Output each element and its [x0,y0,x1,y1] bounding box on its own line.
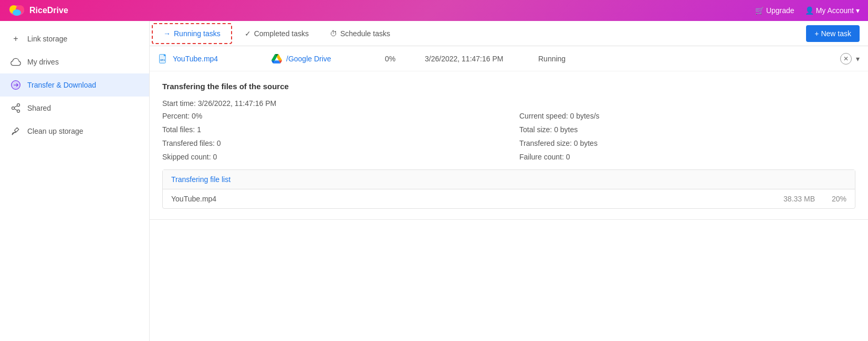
upgrade-label: Upgrade [766,6,794,15]
svg-rect-12 [164,54,165,56]
sidebar-item-shared[interactable]: Shared [0,97,149,120]
failure-count-value: 0 [566,153,570,161]
percent-label: Percent: [162,112,190,120]
cart-icon: 🛒 [755,6,764,15]
task-area: MP4 YouTube.mp4 /Google Dri [150,46,868,341]
skipped-count-detail: Skipped count: 0 [162,153,498,161]
start-time-value: 3/26/2022, 11:47:16 PM [198,99,276,108]
sidebar-item-label: My drives [27,58,59,66]
svg-line-9 [14,109,17,110]
task-percent: 0% [385,55,416,63]
sidebar-item-label: Shared [27,104,51,112]
transferred-files-value: 0 [217,139,221,147]
broom-icon [11,126,21,136]
check-icon: ✓ [245,29,251,38]
clock-icon: ⏱ [330,29,337,38]
task-expand-button[interactable]: ▾ [856,55,860,63]
sidebar-item-my-drives[interactable]: My drives [0,50,149,73]
total-files-value: 1 [197,125,201,134]
sidebar-item-link-storage[interactable]: + Link storage [0,27,149,50]
new-task-button[interactable]: + New task [806,25,860,42]
plus-icon: + [11,34,21,44]
google-drive-icon [271,54,282,64]
failure-count-label: Failure count: [519,153,564,161]
svg-point-6 [17,104,20,106]
transferred-files-label: Transfered files: [162,139,215,147]
new-task-label: + New task [814,29,851,38]
start-time-label: Start time: [162,99,196,108]
main-content: → Running tasks ✓ Completed tasks ⏱ Sche… [150,21,868,341]
total-size-detail: Total size: 0 bytes [519,125,855,134]
svg-text:MP4: MP4 [160,59,165,61]
share-icon [11,103,21,113]
account-menu[interactable]: 👤 My Account ▾ [805,6,860,15]
svg-point-7 [12,107,15,110]
mp4-file-icon: MP4 [158,54,169,64]
total-size-label: Total size: [519,125,552,134]
current-speed-value: 0 bytes/s [570,112,600,120]
app-body: + Link storage My drives Transfer & Down… [0,21,868,341]
sidebar-item-clean-storage[interactable]: Clean up storage [0,120,149,143]
cloud-icon [11,57,21,67]
svg-point-8 [17,110,20,112]
tab-running-label: Running tasks [174,29,221,38]
failure-count-detail: Failure count: 0 [519,153,855,161]
person-icon: 👤 [805,6,814,15]
task-start-time: Start time: 3/26/2022, 11:47:16 PM [162,99,855,108]
logo-icon [8,2,25,19]
total-files-label: Total files: [162,125,195,134]
tab-schedule-tasks[interactable]: ⏱ Schedule tasks [319,21,401,46]
destination-path: /Google Drive [286,55,331,63]
file-list-item: YouTube.mp4 38.33 MB 20% [163,189,855,208]
transferred-files-detail: Transfered files: 0 [162,139,498,147]
percent-value: 0% [192,112,202,120]
task-row: MP4 YouTube.mp4 /Google Dri [150,46,868,71]
tab-completed-tasks[interactable]: ✓ Completed tasks [234,21,319,46]
skipped-count-value: 0 [213,153,217,161]
transfer-icon [11,80,21,90]
transferred-size-value: 0 bytes [574,139,598,147]
header: RiceDrive 🛒 Upgrade 👤 My Account ▾ [0,0,868,21]
file-progress: 20% [815,195,846,203]
header-right: 🛒 Upgrade 👤 My Account ▾ [755,6,860,15]
tab-schedule-label: Schedule tasks [340,29,390,38]
current-speed-detail: Current speed: 0 bytes/s [519,112,855,120]
svg-line-10 [14,105,17,107]
task-status: Running [538,55,591,63]
total-size-value: 0 bytes [554,125,578,134]
header-left: RiceDrive [8,2,68,19]
task-destination: /Google Drive [271,54,377,64]
skipped-count-label: Skipped count: [162,153,211,161]
sidebar-item-label: Transfer & Download [27,81,96,89]
total-files-detail: Total files: 1 [162,125,498,134]
file-list-container: Transfering file list YouTube.mp4 38.33 … [162,169,855,209]
task-details-title: Transfering the files of the source [162,82,855,91]
task-actions: ✕ ▾ [840,53,860,65]
transferred-size-detail: Transfered size: 0 bytes [519,139,855,147]
chevron-down-icon: ▾ [856,6,860,15]
sidebar-item-label: Clean up storage [27,127,83,135]
file-list-header: Transfering file list [163,170,855,189]
task-details-panel: Transfering the files of the source Star… [150,71,868,220]
file-name: YouTube.mp4 [171,195,752,203]
task-details-grid: Percent: 0% Current speed: 0 bytes/s Tot… [162,112,855,161]
tab-running-tasks[interactable]: → Running tasks [152,23,232,44]
account-label: My Account [816,6,854,15]
sidebar-item-label: Link storage [27,35,67,43]
sidebar-item-transfer-download[interactable]: Transfer & Download [0,73,149,97]
transferred-size-label: Transfered size: [519,139,572,147]
task-source: MP4 YouTube.mp4 [158,54,263,64]
task-cancel-button[interactable]: ✕ [840,53,852,65]
svg-point-3 [13,9,21,16]
upgrade-button[interactable]: 🛒 Upgrade [755,6,794,15]
task-date: 3/26/2022, 11:47:16 PM [425,55,530,63]
sidebar: + Link storage My drives Transfer & Down… [0,21,150,341]
current-speed-label: Current speed: [519,112,568,120]
tab-completed-label: Completed tasks [254,29,309,38]
logo-text: RiceDrive [29,6,68,15]
tabs-row: → Running tasks ✓ Completed tasks ⏱ Sche… [150,21,868,46]
source-filename: YouTube.mp4 [173,55,218,63]
percent-detail: Percent: 0% [162,112,498,120]
arrow-right-icon: → [163,29,171,38]
file-size: 38.33 MB [752,195,815,203]
